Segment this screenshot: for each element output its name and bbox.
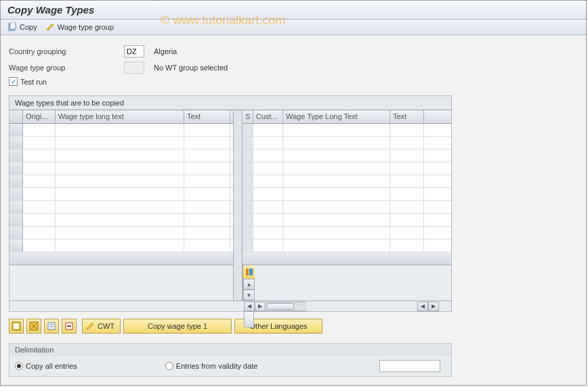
pencil-icon bbox=[45, 22, 55, 32]
hscroll-left-2[interactable]: ◀ bbox=[417, 302, 428, 311]
col-s[interactable]: S bbox=[243, 110, 253, 123]
wage-type-group-input[interactable] bbox=[124, 62, 144, 74]
grid-body-right bbox=[243, 124, 451, 252]
col-text-left[interactable]: Text bbox=[184, 110, 230, 123]
table-row[interactable] bbox=[9, 227, 233, 240]
hscroll-thumb-1[interactable] bbox=[267, 303, 294, 310]
table-settings-icon[interactable] bbox=[243, 265, 255, 279]
table-row[interactable] bbox=[243, 201, 451, 214]
deselect-all-button[interactable] bbox=[26, 319, 41, 334]
col-wage-type-long-left[interactable]: Wage type long text bbox=[56, 110, 184, 123]
vscroll-thumb[interactable] bbox=[244, 311, 254, 327]
cwt-label: CWT bbox=[98, 322, 114, 330]
grid-body-left bbox=[9, 124, 233, 252]
scroll-down-button[interactable]: ▼ bbox=[243, 290, 255, 300]
scroll-up-button[interactable]: ▲ bbox=[243, 279, 255, 290]
country-grouping-label: Country grouping bbox=[9, 47, 124, 55]
table-row[interactable] bbox=[243, 175, 451, 188]
table-row[interactable] bbox=[243, 240, 451, 252]
table-row[interactable] bbox=[243, 162, 451, 175]
col-wage-type-long-right[interactable]: Wage Type Long Text bbox=[283, 110, 390, 123]
svg-rect-2 bbox=[246, 269, 249, 275]
copy-label: Copy bbox=[20, 23, 37, 31]
test-run-checkbox[interactable]: ✓ bbox=[9, 77, 18, 86]
col-text-right[interactable]: Text bbox=[390, 110, 424, 123]
hscroll-right-1[interactable]: ▶ bbox=[255, 302, 266, 311]
insert-row-button[interactable] bbox=[44, 319, 59, 334]
table-row[interactable] bbox=[9, 175, 233, 188]
delimitation-panel: Delimitation Copy all entries Entries fr… bbox=[9, 343, 452, 377]
table-row[interactable] bbox=[9, 162, 233, 175]
wage-types-panel: Wage types that are to be copied Origi..… bbox=[9, 95, 452, 312]
hscroll-left-1[interactable]: ◀ bbox=[244, 302, 255, 311]
table-row[interactable] bbox=[243, 137, 451, 150]
select-all-icon bbox=[12, 321, 21, 331]
table-row[interactable] bbox=[243, 124, 451, 137]
table-row[interactable] bbox=[243, 227, 451, 240]
insert-icon bbox=[47, 321, 56, 331]
table-row[interactable] bbox=[243, 214, 451, 227]
delimitation-title: Delimitation bbox=[9, 344, 451, 356]
table-row[interactable] bbox=[9, 214, 233, 227]
copy-all-label: Copy all entries bbox=[26, 362, 77, 370]
copy-all-entries-radio[interactable]: Copy all entries bbox=[15, 362, 77, 370]
deselect-all-icon bbox=[29, 321, 39, 331]
cwt-button[interactable]: CWT bbox=[82, 319, 121, 334]
wage-type-group-text: No WT group selected bbox=[154, 64, 228, 72]
table-row[interactable] bbox=[9, 150, 233, 162]
svg-rect-3 bbox=[249, 269, 253, 275]
wage-types-panel-title: Wage types that are to be copied bbox=[9, 96, 451, 110]
entries-from-label: Entries from validity date bbox=[176, 362, 257, 370]
copy-wage-type-1-button[interactable]: Copy wage type 1 bbox=[123, 319, 232, 334]
main-toolbar: Copy Wage type group bbox=[1, 20, 586, 35]
table-row[interactable] bbox=[9, 201, 233, 214]
copy-button[interactable]: Copy bbox=[7, 22, 37, 32]
validity-date-input[interactable] bbox=[379, 360, 440, 372]
test-run-label: Test run bbox=[20, 78, 47, 86]
table-row[interactable] bbox=[243, 188, 451, 201]
table-row[interactable] bbox=[9, 137, 233, 150]
select-all-left[interactable] bbox=[9, 110, 23, 123]
wage-type-group-form-label: Wage type group bbox=[9, 64, 124, 72]
table-row[interactable] bbox=[9, 240, 233, 252]
select-all-button[interactable] bbox=[9, 319, 24, 334]
page-title: Copy Wage Types bbox=[1, 1, 586, 20]
delete-row-button[interactable] bbox=[62, 319, 77, 334]
col-origi[interactable]: Origi... bbox=[23, 110, 56, 123]
svg-rect-1 bbox=[10, 22, 16, 29]
wage-type-group-button[interactable]: Wage type group bbox=[45, 22, 114, 32]
table-row[interactable] bbox=[9, 188, 233, 201]
delete-icon bbox=[64, 321, 74, 331]
pencil-icon bbox=[85, 321, 95, 331]
country-grouping-text: Algeria bbox=[154, 47, 177, 55]
svg-rect-5 bbox=[14, 323, 19, 329]
table-row[interactable] bbox=[243, 150, 451, 162]
table-row[interactable] bbox=[9, 124, 233, 137]
hscroll-right-2[interactable]: ▶ bbox=[428, 302, 439, 311]
wage-type-group-label: Wage type group bbox=[58, 23, 114, 31]
entries-from-date-radio[interactable]: Entries from validity date bbox=[165, 362, 257, 370]
col-cust[interactable]: Cust... bbox=[253, 110, 283, 123]
copy-icon bbox=[7, 22, 17, 32]
hscroll-track-1[interactable] bbox=[266, 302, 306, 311]
svg-rect-9 bbox=[48, 323, 55, 329]
country-grouping-input[interactable] bbox=[124, 45, 144, 58]
